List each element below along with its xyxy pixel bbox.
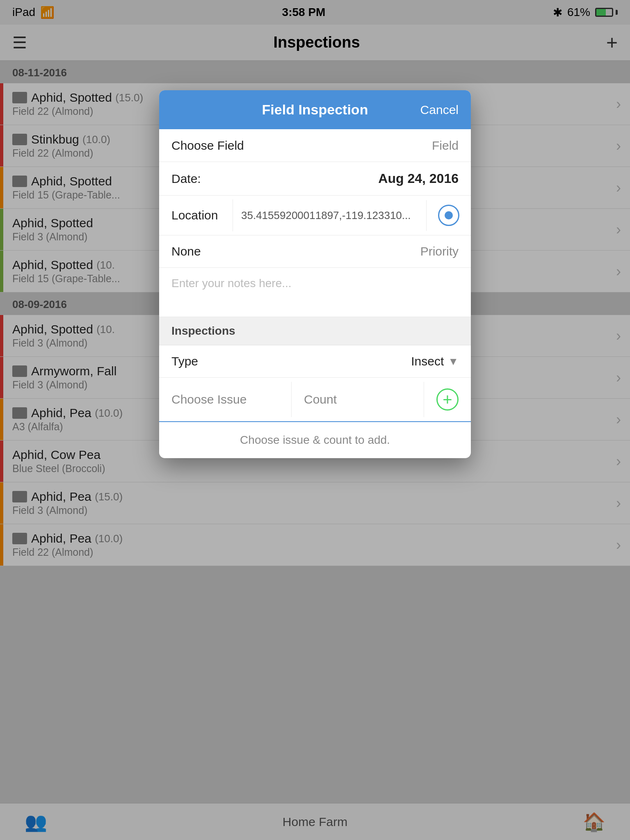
- inspections-label: Inspections: [171, 324, 235, 337]
- field-inspection-modal: Field Inspection Cancel Choose Field Fie…: [159, 90, 471, 458]
- gps-icon: [438, 205, 459, 226]
- count-label: Count: [304, 393, 337, 406]
- location-label: Location: [159, 199, 233, 231]
- choose-field-label: Choose Field: [171, 139, 432, 153]
- notes-placeholder: Enter your notes here...: [171, 277, 292, 290]
- modal-title: Field Inspection: [212, 102, 418, 118]
- choose-issue-cell[interactable]: Choose Issue: [159, 382, 292, 417]
- modal-header: Field Inspection Cancel: [159, 90, 471, 129]
- gps-button[interactable]: [427, 196, 471, 235]
- choose-issue-label: Choose Issue: [171, 393, 247, 406]
- location-row: Location 35.41559200011897,-119.123310..…: [159, 196, 471, 235]
- date-row: Date: Aug 24, 2016: [159, 162, 471, 196]
- modal-overlay: Field Inspection Cancel Choose Field Fie…: [0, 0, 630, 840]
- priority-row[interactable]: None Priority: [159, 235, 471, 268]
- add-button-circle[interactable]: +: [436, 388, 459, 411]
- field-placeholder: Field: [432, 139, 459, 153]
- add-hint-row: Choose issue & count to add.: [159, 422, 471, 458]
- add-issue-button[interactable]: +: [424, 378, 471, 421]
- add-hint-text: Choose issue & count to add.: [240, 434, 390, 446]
- date-label: Date:: [171, 172, 378, 186]
- cancel-button[interactable]: Cancel: [418, 103, 459, 117]
- type-dropdown[interactable]: Insect ▼: [411, 354, 459, 368]
- inspections-section-header: Inspections: [159, 317, 471, 345]
- choose-field-row[interactable]: Choose Field Field: [159, 129, 471, 162]
- priority-label: Priority: [420, 244, 459, 258]
- date-value: Aug 24, 2016: [378, 171, 459, 186]
- priority-value: None: [171, 244, 420, 258]
- type-label: Type: [171, 354, 411, 368]
- location-value: 35.41559200011897,-119.123310...: [233, 200, 427, 231]
- notes-area[interactable]: Enter your notes here...: [159, 268, 471, 317]
- issue-count-row: Choose Issue Count +: [159, 378, 471, 422]
- type-value: Insect: [411, 354, 444, 368]
- dropdown-arrow-icon: ▼: [448, 355, 459, 368]
- type-row[interactable]: Type Insect ▼: [159, 345, 471, 378]
- count-cell[interactable]: Count: [292, 382, 424, 417]
